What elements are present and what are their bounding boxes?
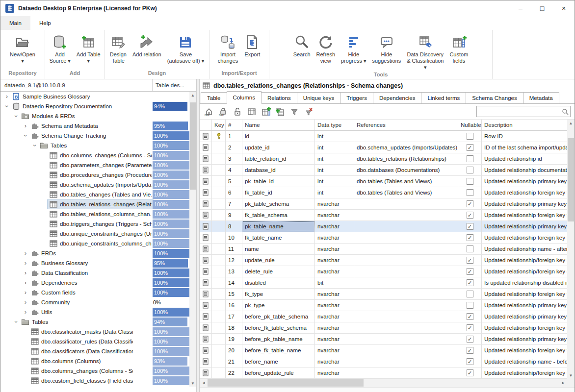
- num-cell[interactable]: 3: [226, 153, 242, 164]
- grid-row[interactable]: 2update_idintdbo.schema_updates (Imports…: [200, 142, 567, 153]
- tree-item[interactable]: ›dbo.classificators (Data Classification…: [0, 346, 189, 356]
- row-selector-icon[interactable]: [200, 255, 212, 266]
- tree-item[interactable]: ›Community0%: [0, 297, 189, 307]
- key-cell[interactable]: [212, 322, 226, 333]
- row-selector-icon[interactable]: [200, 244, 212, 254]
- row-selector-icon[interactable]: [200, 266, 212, 277]
- nullable-checkbox[interactable]: [458, 289, 482, 299]
- checkbox-unchecked-icon[interactable]: [467, 155, 473, 162]
- search-button[interactable]: Search: [291, 32, 313, 59]
- paste-columns-icon[interactable]: [274, 106, 287, 118]
- desc-cell[interactable]: Updated relationship id: [482, 153, 567, 164]
- name-cell[interactable]: delete_rule: [242, 266, 315, 277]
- row-selector-icon[interactable]: [200, 142, 212, 153]
- row-selector-icon[interactable]: [200, 277, 212, 288]
- chevron-right-icon[interactable]: ›: [22, 307, 29, 317]
- type-cell[interactable]: int: [315, 165, 354, 175]
- nullable-checkbox[interactable]: ✓: [458, 232, 482, 243]
- tree-item-label-area[interactable]: dbo.columns_changes (Columns - Schema ch…: [29, 367, 134, 375]
- grid-horizontal-scrollbar[interactable]: ◄ ►: [200, 379, 567, 387]
- nullable-checkbox[interactable]: [458, 300, 482, 311]
- checkbox-checked-icon[interactable]: ✓: [467, 212, 473, 219]
- row-selector-icon[interactable]: [200, 300, 212, 311]
- clear-filter-icon[interactable]: [302, 106, 315, 118]
- dep-lock-icon[interactable]: DEP: [217, 106, 230, 118]
- checkbox-checked-icon[interactable]: ✓: [467, 257, 473, 264]
- tree-item[interactable]: ›Schema and Metadata95%: [0, 121, 189, 131]
- num-cell[interactable]: 7: [226, 198, 242, 209]
- key-cell[interactable]: [212, 345, 226, 356]
- grid-hscroll-thumb[interactable]: [208, 379, 364, 387]
- checkbox-unchecked-icon[interactable]: [467, 167, 473, 173]
- scroll-left-icon[interactable]: ◄: [200, 381, 208, 385]
- column-header-selector[interactable]: [200, 120, 212, 130]
- ref-cell[interactable]: [354, 266, 458, 277]
- desc-cell[interactable]: Updated relationship primary key t: [482, 176, 567, 187]
- tree-item-label-area[interactable]: Utils: [29, 308, 53, 317]
- tree-progress-column-header[interactable]: Table des...: [152, 79, 196, 91]
- column-header-name[interactable]: Name: [242, 120, 315, 130]
- chevron-down-icon[interactable]: ›: [11, 113, 21, 120]
- type-cell[interactable]: nvarchar: [315, 334, 354, 344]
- name-cell[interactable]: fk_table_id: [242, 187, 315, 198]
- tab-unique-keys[interactable]: Unique keys: [297, 92, 340, 103]
- tree-item-label-area[interactable]: dbo.classificator_rules (Data Classifica…: [29, 337, 134, 346]
- key-cell[interactable]: [212, 210, 226, 220]
- tree-item[interactable]: ›dbo.tables_relations_columns_chan...100…: [0, 209, 189, 219]
- tree-item[interactable]: ›dbo.classificator_masks (Data Classific…: [0, 327, 189, 337]
- num-cell[interactable]: 15: [226, 289, 242, 299]
- ref-cell[interactable]: [354, 345, 458, 356]
- checkbox-unchecked-icon[interactable]: [467, 178, 473, 185]
- row-selector-icon[interactable]: [200, 221, 212, 232]
- tree-item-label-area[interactable]: Tables: [38, 141, 68, 150]
- type-cell[interactable]: nvarchar: [315, 255, 354, 266]
- tree-item-label-area[interactable]: Schema Change Tracking: [29, 131, 107, 140]
- nullable-checkbox[interactable]: [458, 187, 482, 198]
- scroll-down-icon[interactable]: ▼: [567, 372, 575, 379]
- ref-cell[interactable]: [354, 232, 458, 243]
- checkbox-checked-icon[interactable]: ✓: [467, 347, 473, 354]
- name-cell[interactable]: pk_table_name: [242, 221, 315, 232]
- key-cell[interactable]: [212, 232, 226, 243]
- tree-item[interactable]: ›Schema Change Tracking100%: [0, 131, 189, 141]
- tree-item-label-area[interactable]: Dependencies: [29, 278, 79, 287]
- tree-item-label-area[interactable]: Dataedo Repository Documentation: [10, 102, 113, 111]
- chevron-right-icon[interactable]: ›: [22, 268, 29, 278]
- tree-item-label-area[interactable]: ERDs: [29, 249, 57, 258]
- tree-item[interactable]: ›Custom fields100%: [0, 288, 189, 297]
- ref-cell[interactable]: [354, 311, 458, 322]
- grid-row[interactable]: 20before_fk_table_namenvarchar✓Updated r…: [200, 345, 567, 356]
- row-selector-icon[interactable]: [200, 131, 212, 142]
- column-header-ref[interactable]: References: [354, 120, 458, 130]
- tree-item[interactable]: ›Tables100%: [0, 141, 189, 150]
- num-cell[interactable]: 6: [226, 187, 242, 198]
- ref-cell[interactable]: [354, 356, 458, 367]
- tree-item[interactable]: ›ERDs100%: [0, 248, 189, 258]
- column-header-num[interactable]: #: [226, 120, 242, 130]
- add-table-button[interactable]: Add Table▾: [75, 32, 103, 65]
- grid-row[interactable]: 14disabledbit✓Is updated relationship di…: [200, 277, 567, 289]
- add-column-icon[interactable]: [260, 106, 272, 118]
- tree-item-label-area[interactable]: dbo.columns (Columns): [29, 357, 102, 366]
- tab-dependencies[interactable]: Dependencies: [373, 92, 422, 103]
- type-cell[interactable]: nvarchar: [315, 266, 354, 277]
- desc-cell[interactable]: Updated relationship/foreign key u: [482, 255, 567, 266]
- type-cell[interactable]: nvarchar: [315, 311, 354, 322]
- nullable-checkbox[interactable]: ✓: [458, 334, 482, 344]
- row-selector-icon[interactable]: [200, 198, 212, 209]
- column-header-type[interactable]: Data type: [315, 120, 354, 130]
- tree-item[interactable]: ›dbo.custom_field_classes (Field class)1…: [0, 376, 189, 386]
- column-visibility-icon[interactable]: [245, 106, 258, 118]
- tree-item-label-area[interactable]: Custom fields: [29, 288, 77, 297]
- grid-row[interactable]: 19before_pk_table_namenvarchar✓Updated r…: [200, 334, 567, 345]
- ref-cell[interactable]: dbo.schema_updates (Imports/Updates): [354, 142, 458, 153]
- tab-linked-terms[interactable]: Linked terms: [421, 92, 466, 103]
- key-cell[interactable]: [212, 142, 226, 153]
- nullable-checkbox[interactable]: ✓: [458, 322, 482, 333]
- desc-cell[interactable]: Updated relationship foreign key t: [482, 232, 567, 243]
- row-selector-icon[interactable]: [200, 210, 212, 220]
- row-selector-icon[interactable]: [200, 311, 212, 322]
- num-cell[interactable]: 5: [226, 176, 242, 187]
- checkbox-checked-icon[interactable]: ✓: [467, 358, 473, 365]
- nullable-checkbox[interactable]: [458, 165, 482, 175]
